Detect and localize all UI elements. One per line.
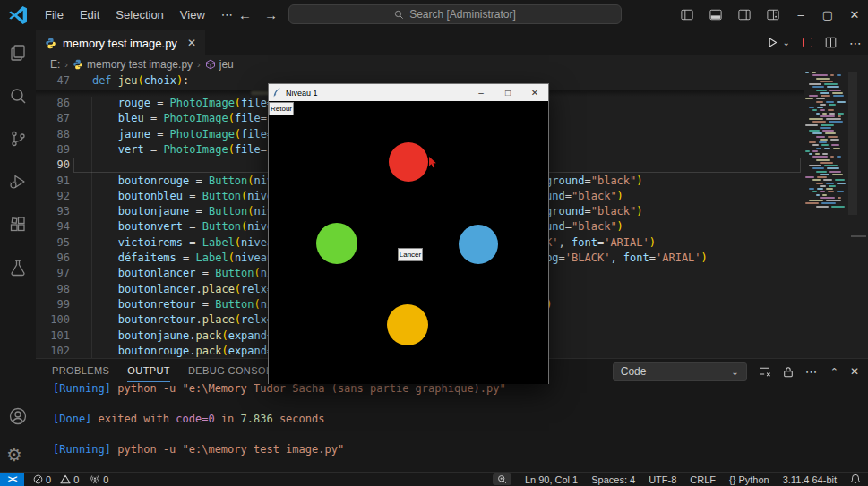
vscode-window: FileEditSelectionView ⋯ ← → Search [Admi… <box>0 0 868 486</box>
red-circle-button[interactable] <box>389 142 428 182</box>
clear-output-icon[interactable] <box>759 366 771 377</box>
source-control-icon[interactable] <box>8 129 28 149</box>
editor-scrollbar[interactable] <box>848 72 857 215</box>
symbol-function-icon <box>205 59 216 70</box>
split-editor-icon[interactable] <box>825 37 837 48</box>
close-panel-icon[interactable]: ✕ <box>850 365 859 378</box>
breadcrumb-file[interactable]: memory test image.py <box>87 58 193 71</box>
output-console[interactable]: [Running] python -u "e:\Memory Tudor Sac… <box>36 382 868 473</box>
problems-status[interactable]: 0 0 <box>33 474 79 485</box>
retour-button[interactable]: Retour <box>269 102 294 115</box>
tk-game-window[interactable]: Niveau 1 – □ ✕ Retour Lancer <box>268 83 549 384</box>
breadcrumb: E: › memory test image.py › jeu <box>36 55 804 73</box>
explorer-icon[interactable] <box>8 43 28 63</box>
line-number: 89 <box>36 143 70 156</box>
indentation-status[interactable]: Spaces: 4 <box>591 474 635 485</box>
zoom-status[interactable] <box>493 473 511 485</box>
cursor-position[interactable]: Ln 90, Col 1 <box>525 474 578 485</box>
output-line: [Done] exited with code=0 in 7.836 secon… <box>53 413 324 425</box>
run-dropdown-icon[interactable]: ⌄ <box>783 38 790 47</box>
minimap[interactable] <box>804 72 847 358</box>
tk-title-bar[interactable]: Niveau 1 – □ ✕ <box>269 84 548 101</box>
python-file-icon <box>73 59 83 70</box>
tab-memory-test-image[interactable]: memory test image.py ✕ <box>36 30 205 55</box>
line-number: 86 <box>36 97 70 109</box>
lancer-button[interactable]: Lancer <box>398 248 423 261</box>
tab-label: memory test image.py <box>63 37 177 50</box>
title-bar: FileEditSelectionView ⋯ ← → Search [Admi… <box>0 0 868 30</box>
panel-tab-output[interactable]: OUTPUT <box>127 359 170 382</box>
line-number: 101 <box>36 329 70 342</box>
line-number: 94 <box>36 220 70 233</box>
activity-bar: ⚙ <box>0 30 36 472</box>
toggle-panel-icon[interactable] <box>701 9 730 21</box>
minimap-marker <box>851 235 866 237</box>
nav-forward-icon[interactable]: → <box>264 7 278 22</box>
line-number: 96 <box>36 252 70 264</box>
braces-icon: {} <box>729 474 735 485</box>
menu-more[interactable]: ⋯ <box>213 4 241 25</box>
eol-status[interactable]: CRLF <box>690 474 716 485</box>
toggle-secondary-sidebar-icon[interactable] <box>730 9 759 21</box>
window-restore-button[interactable]: ▢ <box>814 0 841 30</box>
line-number: 90 <box>36 158 70 171</box>
status-bar: >< 0 0 0 Ln 90, Col 1 Spaces: 4 UTF-8 CR… <box>0 472 868 486</box>
tk-maximize-button[interactable]: □ <box>494 84 521 101</box>
menu-edit[interactable]: Edit <box>72 4 107 25</box>
search-placeholder: Search [Administrator] <box>409 8 516 21</box>
python-version-status[interactable]: 3.11.4 64-bit <box>783 474 837 485</box>
encoding-status[interactable]: UTF-8 <box>649 474 676 485</box>
line-number: 99 <box>36 298 70 311</box>
editor-more-actions-icon[interactable]: ⋯ <box>849 36 863 50</box>
output-channel-select[interactable]: Code ⌄ <box>613 362 747 381</box>
breadcrumb-symbol[interactable]: jeu <box>219 58 234 71</box>
error-icon <box>33 474 43 484</box>
panel-more-actions-icon[interactable]: ⋯ <box>805 364 819 379</box>
lock-scroll-icon[interactable] <box>783 366 794 378</box>
radio-tower-icon <box>90 474 100 485</box>
warning-icon <box>60 474 71 484</box>
line-number: 47 <box>36 74 70 87</box>
line-number: 91 <box>36 175 70 187</box>
toggle-sidebar-icon[interactable] <box>673 9 701 21</box>
output-line: [Running] python -u "e:\Memory Tudor Sac… <box>53 382 506 395</box>
maximize-panel-icon[interactable]: ⌃ <box>830 366 838 378</box>
search-icon <box>394 10 404 20</box>
run-debug-icon[interactable] <box>8 172 28 192</box>
line-number: 88 <box>36 128 70 141</box>
stop-run-button[interactable] <box>803 38 812 47</box>
line-number: 102 <box>36 345 70 357</box>
tk-minimize-button[interactable]: – <box>468 84 494 101</box>
panel-tab-problems[interactable]: PROBLEMS <box>52 359 109 382</box>
settings-gear-icon[interactable]: ⚙ <box>6 444 22 465</box>
search-sidebar-icon[interactable] <box>8 86 28 106</box>
blue-circle-button[interactable] <box>459 225 498 264</box>
ports-status[interactable]: 0 <box>90 474 108 485</box>
tk-close-button[interactable]: ✕ <box>521 84 548 101</box>
window-close-button[interactable]: ✕ <box>841 0 868 30</box>
menu-selection[interactable]: Selection <box>107 4 171 25</box>
remote-indicator[interactable]: >< <box>0 473 24 486</box>
extensions-icon[interactable] <box>8 215 28 234</box>
window-minimize-button[interactable]: – <box>787 0 814 30</box>
tk-feather-icon <box>273 88 281 98</box>
language-status[interactable]: {} Python <box>729 474 769 485</box>
panel-tab-debug-console[interactable]: DEBUG CONSOLE <box>188 359 279 382</box>
customize-layout-icon[interactable] <box>759 9 787 21</box>
line-number: 92 <box>36 190 70 202</box>
menu-file[interactable]: File <box>37 4 72 25</box>
menu-view[interactable]: View <box>172 4 213 25</box>
tab-close-icon[interactable]: ✕ <box>187 37 196 49</box>
run-python-button[interactable] <box>767 37 778 48</box>
green-circle-button[interactable] <box>316 223 357 264</box>
python-file-icon <box>45 38 56 49</box>
menu-bar: FileEditSelectionView <box>37 4 213 25</box>
nav-back-icon[interactable]: ← <box>238 7 252 22</box>
yellow-circle-button[interactable] <box>387 304 428 345</box>
testing-icon[interactable] <box>8 258 28 277</box>
notifications-bell-icon[interactable] <box>850 473 861 485</box>
breadcrumb-drive[interactable]: E: <box>50 58 60 71</box>
search-input[interactable]: Search [Administrator] <box>288 4 622 24</box>
mouse-cursor <box>429 157 437 168</box>
account-icon[interactable] <box>8 406 28 426</box>
